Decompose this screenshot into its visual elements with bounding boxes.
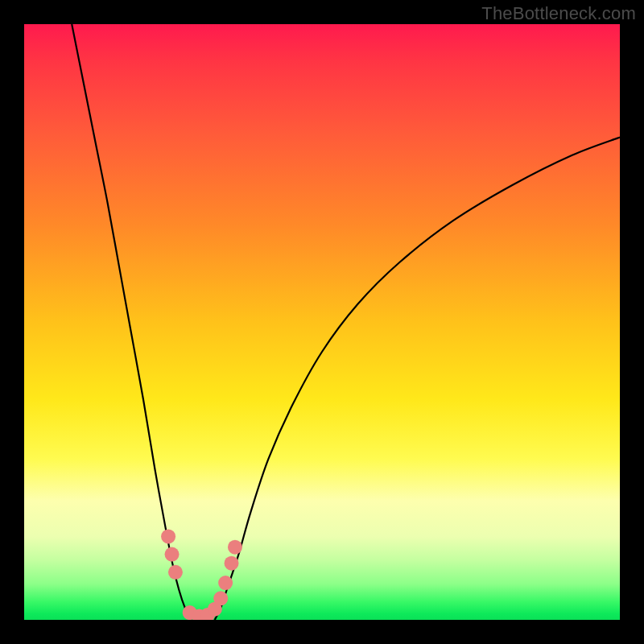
data-marker <box>218 576 233 590</box>
watermark-text: TheBottleneck.com <box>481 3 636 24</box>
marker-group <box>161 529 242 620</box>
curve-left-branch <box>72 24 191 620</box>
plot-area <box>24 24 620 620</box>
data-marker <box>168 565 183 580</box>
curve-right-branch <box>215 138 620 620</box>
data-marker <box>165 547 180 562</box>
data-marker <box>213 591 228 605</box>
data-marker <box>228 540 242 555</box>
data-marker <box>161 529 175 543</box>
curve-layer <box>24 24 620 620</box>
data-marker <box>225 556 239 571</box>
chart-frame: TheBottleneck.com <box>0 0 644 644</box>
